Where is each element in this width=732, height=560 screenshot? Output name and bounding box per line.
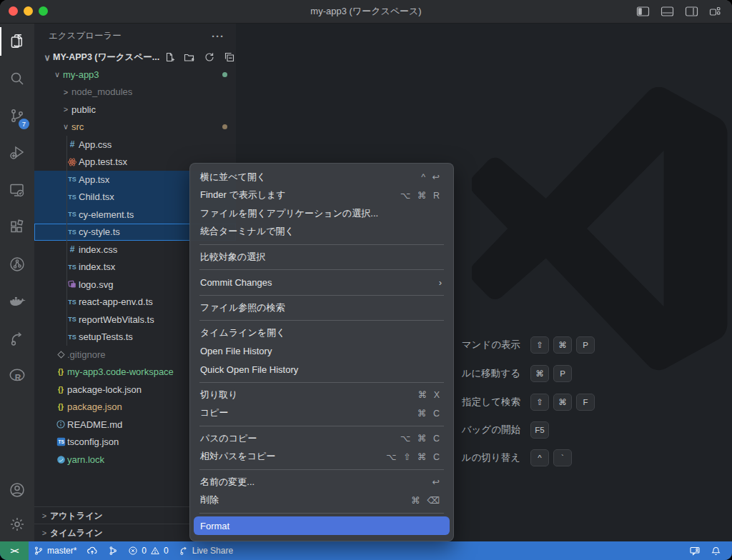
workspace-root-row[interactable]: ∨ MY-APP3 (ワークスペー... [34, 49, 236, 66]
menu-item[interactable]: ファイルを開くアプリケーションの選択... [190, 204, 453, 223]
css-icon: # [70, 139, 75, 149]
activity-remote-explorer[interactable] [0, 171, 34, 209]
file-label: my-app3 [63, 69, 99, 80]
tree-item[interactable]: ∨my-app3 [34, 66, 236, 84]
menu-item-label: ファイルを開くアプリケーションの選択... [200, 207, 378, 220]
toggle-secondary-sidebar-icon[interactable] [685, 6, 698, 17]
collapse-all-icon[interactable] [224, 51, 235, 63]
menu-item-label: 名前の変更... [200, 476, 254, 489]
branch-name: master* [47, 546, 76, 556]
menu-item[interactable]: 相対パスをコピー⌥ ⇧ ⌘ C [190, 448, 453, 466]
activity-account[interactable] [0, 473, 34, 507]
feedback-button[interactable] [684, 541, 706, 560]
svg-text:TS: TS [58, 440, 64, 445]
menu-separator [199, 382, 444, 383]
menu-item-label: Quick Open File History [200, 364, 298, 375]
refresh-icon[interactable] [204, 51, 215, 63]
problems-status[interactable]: 00 [123, 541, 173, 560]
customize-layout-icon[interactable] [709, 6, 722, 17]
remote-indicator[interactable]: >< [0, 541, 29, 560]
css-icon: # [70, 244, 75, 254]
live-share-label: Live Share [192, 546, 233, 556]
publish-changes-button[interactable] [81, 541, 103, 560]
feedback-icon [689, 545, 701, 556]
menu-item[interactable]: 切り取り⌘ X [190, 386, 453, 404]
menu-item[interactable]: Commit Changes› [190, 274, 453, 292]
file-label: package.json [67, 401, 122, 412]
explorer-actions [164, 51, 235, 63]
menu-separator [199, 426, 444, 426]
submenu-arrow-icon: › [439, 277, 442, 288]
chevron-right-icon: > [39, 511, 50, 520]
menu-separator [199, 513, 444, 514]
activity-bar: 7R [0, 23, 34, 541]
notifications-button[interactable] [706, 541, 726, 560]
bell-icon [711, 546, 721, 556]
keycap: F5 [530, 421, 549, 439]
tree-item[interactable]: #App.css [34, 136, 236, 154]
git-graph-button[interactable] [103, 541, 123, 560]
file-label: logo.svg [79, 279, 113, 290]
menu-item-label: ファイル参照の検索 [200, 301, 285, 314]
timeline-label: タイムライン [50, 527, 103, 539]
live-share-button[interactable]: Live Share [174, 541, 238, 560]
new-file-icon[interactable] [164, 51, 175, 63]
git-branch-status[interactable]: master* [29, 541, 81, 560]
activity-live-share[interactable] [0, 320, 34, 357]
vscode-window: my-app3 (ワークスペース) 7R エクスプローラー ··· ∨ MY-A… [0, 0, 732, 560]
file-label: App.test.tsx [79, 156, 127, 167]
menu-item[interactable]: ファイル参照の検索 [190, 299, 453, 317]
keycap: F [576, 394, 595, 411]
menu-item[interactable]: コピー⌘ C [190, 404, 453, 423]
toggle-panel-icon[interactable] [661, 6, 674, 17]
activity-run-debug[interactable] [0, 134, 34, 171]
activity-search[interactable] [0, 60, 34, 97]
tree-item[interactable]: >public [34, 101, 236, 119]
menu-item[interactable]: タイムラインを開く [190, 324, 453, 343]
ts-icon: TS [68, 176, 76, 183]
menu-item[interactable]: 名前の変更...↩ [190, 473, 453, 491]
tree-item[interactable]: ∨src [34, 119, 236, 136]
info-icon [56, 419, 66, 429]
menu-item[interactable]: Open File History [190, 342, 453, 361]
menu-item[interactable]: 削除⌘ ⌫ [190, 491, 453, 510]
menu-item-label: Open File History [200, 346, 272, 356]
activity-source-control[interactable]: 7 [0, 97, 34, 134]
toggle-primary-sidebar-icon[interactable] [636, 6, 650, 17]
activity-explorer[interactable] [0, 23, 34, 60]
warning-icon [150, 546, 160, 556]
file-label: index.css [79, 244, 117, 255]
menu-item[interactable]: Format [194, 516, 450, 535]
tree-item[interactable]: >node_modules [34, 84, 236, 101]
keycap: P [553, 365, 572, 382]
yarn-icon [56, 455, 66, 464]
menu-shortcut: ⌥ ⇧ ⌘ C [386, 451, 442, 462]
menu-item-label: 横に並べて開く [200, 171, 266, 184]
activity-docker[interactable] [0, 283, 34, 320]
status-left: master*00Live Share [29, 541, 238, 560]
menu-item[interactable]: パスのコピー⌥ ⌘ C [190, 429, 453, 448]
menu-item-label: 切り取り [200, 389, 238, 401]
menu-item-label: 比較対象の選択 [200, 251, 265, 264]
menu-item[interactable]: Quick Open File History [190, 361, 453, 379]
explorer-title: エクスプローラー [49, 30, 122, 42]
more-actions-icon[interactable]: ··· [212, 30, 224, 42]
git-graph-icon [108, 546, 118, 556]
chevron-right-icon: > [60, 105, 71, 114]
activity-extensions[interactable] [0, 209, 34, 246]
menu-item[interactable]: 統合ターミナルで開く [190, 223, 453, 241]
keycap: ^ [530, 449, 549, 466]
menu-item[interactable]: Finder で表示します⌥ ⌘ R [190, 186, 453, 205]
menu-item[interactable]: 比較対象の選択 [190, 248, 453, 266]
file-label: src [71, 121, 84, 132]
activity-r-language[interactable]: R [0, 357, 34, 394]
new-folder-icon[interactable] [184, 51, 195, 63]
svg-text:R: R [15, 373, 21, 383]
activity-gitlens[interactable] [0, 246, 34, 283]
file-label: public [71, 104, 96, 115]
ts-icon: TS [68, 334, 76, 341]
json-icon: {} [58, 403, 64, 411]
keycap: P [576, 336, 595, 354]
activity-settings[interactable] [0, 507, 34, 541]
menu-item[interactable]: 横に並べて開く^ ↩ [190, 168, 453, 186]
